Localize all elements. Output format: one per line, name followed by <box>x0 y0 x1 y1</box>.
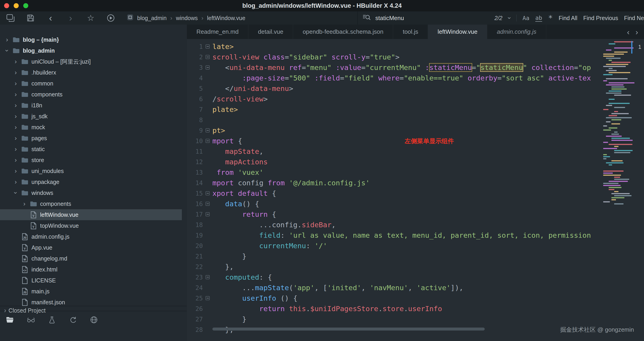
fold-toggle-icon[interactable] <box>203 66 212 70</box>
code-line-10[interactable]: 10mport { <box>187 136 602 146</box>
code-line-25[interactable]: 25 userInfo () { <box>187 293 602 304</box>
chevron-right-icon[interactable]: › <box>12 178 20 186</box>
flask-icon[interactable] <box>47 315 57 325</box>
code-text[interactable]: ...config.sideBar, <box>212 221 336 229</box>
code-line-24[interactable]: 24 ...mapState('app', ['inited', 'navMen… <box>187 282 602 293</box>
code-line-16[interactable]: 16 data() { <box>187 198 602 209</box>
code-text[interactable]: /scroll-view> <box>212 95 268 103</box>
tree-item-mock[interactable]: ›mock <box>0 122 182 133</box>
code-line-15[interactable]: 15xport default { <box>187 188 602 198</box>
sync-icon[interactable] <box>68 315 78 325</box>
breadcrumb-file[interactable]: leftWindow.vue <box>207 15 245 22</box>
tree-item-uniCloud – [阿里云:juzi][interactable]: ›uniCloud – [阿里云:juzi] <box>0 56 182 67</box>
code-text[interactable]: data() { <box>212 200 259 208</box>
tree-item-leftWindow.vue[interactable]: VleftWindow.vue <box>0 209 182 220</box>
code-line-12[interactable]: 12 mapActions <box>187 156 602 167</box>
code-text[interactable]: return { <box>212 210 276 218</box>
chevron-right-icon[interactable]: › <box>12 156 20 164</box>
tree-item-windows[interactable]: ›windows <box>0 187 182 198</box>
code-text[interactable]: plate> <box>212 105 238 114</box>
code-line-19[interactable]: 19 field: 'url as value, name as text, m… <box>187 230 602 240</box>
tab-scroll-right-icon[interactable]: › <box>636 28 638 36</box>
code-line-23[interactable]: 23 computed: { <box>187 272 602 282</box>
folder-open-icon[interactable] <box>5 315 15 325</box>
code-text[interactable]: mapState, <box>212 147 264 156</box>
breadcrumb-folder[interactable]: windows <box>176 15 198 22</box>
tab-leftWindow.vue[interactable]: leftWindow.vue <box>428 24 487 39</box>
regex-icon[interactable]: * <box>548 16 552 20</box>
fold-toggle-icon[interactable] <box>203 44 212 48</box>
chevron-down-icon[interactable]: › <box>3 47 11 54</box>
chevron-right-icon[interactable]: › <box>12 146 20 153</box>
chevron-down-icon[interactable]: › <box>12 189 20 196</box>
minimap-scrollbar[interactable] <box>631 41 632 54</box>
tree-item-blog – {main}[interactable]: ›blog – {main} <box>0 34 182 45</box>
chevron-right-icon[interactable]: › <box>20 200 28 208</box>
code-text[interactable]: }, <box>212 262 234 271</box>
code-line-14[interactable]: 14mport config from '@/admin.config.js' <box>187 178 602 188</box>
code-editor[interactable]: 1late>2scroll-view class="sidebar" scrol… <box>187 39 602 341</box>
window-icon[interactable] <box>6 13 16 23</box>
tab-tool.js[interactable]: tool.js <box>393 24 428 39</box>
code-text[interactable]: scroll-view class="sidebar" scroll-y="tr… <box>212 53 400 61</box>
code-line-20[interactable]: 20 currentMenu: '/' <box>187 240 602 251</box>
code-line-27[interactable]: 27 } <box>187 314 602 324</box>
tree-item-components[interactable]: ›components <box>0 198 182 209</box>
fold-toggle-icon[interactable] <box>203 55 212 59</box>
code-text[interactable]: field: 'url as value, name as text, menu… <box>212 231 591 239</box>
code-line-26[interactable]: 26 return this.$uniIdPagesStore.store.us… <box>187 304 602 314</box>
chevron-down-icon[interactable]: › <box>506 17 513 19</box>
code-line-17[interactable]: 17 return { <box>187 209 602 220</box>
star-icon[interactable]: ☆ <box>86 13 96 23</box>
code-line-1[interactable]: 1late> <box>187 41 602 52</box>
find-next-button[interactable]: Find Ne <box>624 15 644 22</box>
code-text[interactable]: mport { <box>212 137 242 145</box>
fold-toggle-icon[interactable] <box>203 128 212 132</box>
chevron-right-icon[interactable]: › <box>3 36 11 43</box>
code-text[interactable]: mport config from '@/admin.config.js' <box>212 179 370 187</box>
breadcrumb[interactable]: blog_admin › windows › leftWindow.vue <box>127 12 246 24</box>
horizontal-scrollbar[interactable] <box>212 328 485 330</box>
whole-word-icon[interactable]: ab <box>535 14 542 22</box>
tree-item-topWindow.vue[interactable]: VtopWindow.vue <box>0 220 182 231</box>
tree-item-static[interactable]: ›static <box>0 144 182 154</box>
chevron-right-icon[interactable]: › <box>12 91 20 98</box>
code-text[interactable]: :page-size="500" :field="field" where="e… <box>212 74 591 82</box>
code-text[interactable]: computed: { <box>212 273 272 281</box>
globe-icon[interactable] <box>89 315 99 325</box>
tree-item-js_sdk[interactable]: ›js_sdk <box>0 111 182 122</box>
code-text[interactable]: } <box>212 252 246 260</box>
code-line-6[interactable]: 6/scroll-view> <box>187 94 602 104</box>
forward-icon[interactable]: › <box>66 13 76 23</box>
code-line-21[interactable]: 21 } <box>187 251 602 262</box>
fold-toggle-icon[interactable] <box>203 296 212 300</box>
match-case-icon[interactable]: Aa <box>522 15 529 22</box>
code-text[interactable]: </uni-data-menu> <box>212 84 293 92</box>
code-line-9[interactable]: 9pt> <box>187 125 602 136</box>
tree-item-blog_admin[interactable]: ›blog_admin <box>0 45 182 56</box>
tree-item-App.vue[interactable]: VApp.vue <box>0 242 182 253</box>
tree-item-LICENSE[interactable]: LICENSE <box>0 275 182 286</box>
tab-Readme_en.md[interactable]: Readme_en.md <box>187 24 248 39</box>
tree-item-pages[interactable]: ›pages <box>0 133 182 144</box>
code-line-11[interactable]: 11 mapState, <box>187 146 602 156</box>
fold-toggle-icon[interactable] <box>203 191 212 195</box>
chevron-right-icon[interactable]: › <box>12 102 20 109</box>
tab-detail.vue[interactable]: detail.vue <box>248 24 293 39</box>
code-line-8[interactable]: 8 <box>187 115 602 125</box>
back-icon[interactable]: ‹ <box>46 13 56 23</box>
tree-item-components[interactable]: ›components <box>0 89 182 100</box>
minimize-window-button[interactable] <box>14 3 19 8</box>
tree-item-store[interactable]: ›store <box>0 154 182 166</box>
tree-item-unpackage[interactable]: ›unpackage <box>0 176 182 187</box>
code-text[interactable]: <uni-data-menu ref="menu" :value="curren… <box>212 63 591 72</box>
chevron-right-icon[interactable]: › <box>12 80 20 87</box>
chevron-right-icon[interactable]: › <box>12 134 20 142</box>
close-window-button[interactable] <box>4 3 9 8</box>
chevron-right-icon[interactable]: › <box>12 69 20 76</box>
tree-item-i18n[interactable]: ›i18n <box>0 100 182 111</box>
save-icon[interactable] <box>26 13 36 23</box>
code-text[interactable]: late> <box>212 42 234 50</box>
code-line-5[interactable]: 5 </uni-data-menu> <box>187 83 602 94</box>
breadcrumb-project[interactable]: blog_admin <box>137 15 166 22</box>
